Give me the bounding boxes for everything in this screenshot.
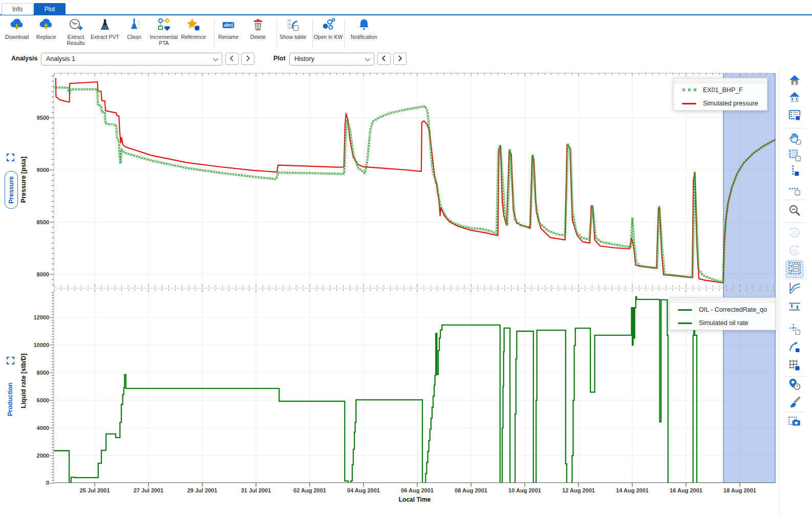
svg-text:31 Jul 2001: 31 Jul 2001: [241, 487, 271, 493]
zoom-out-icon: [788, 204, 801, 219]
svg-text:08 Aug 2001: 08 Aug 2001: [455, 487, 487, 493]
svg-text:12 Aug 2001: 12 Aug 2001: [562, 487, 595, 493]
sidebar-separator: [784, 200, 806, 200]
pressure-panel-button[interactable]: Pressure: [5, 171, 18, 209]
production-panel-button[interactable]: Production: [6, 376, 15, 422]
svg-text:6000: 6000: [37, 397, 49, 403]
application-window: Info Plot DownloadReplaceExtract Results…: [0, 0, 812, 517]
production-legend[interactable]: OIL - CorrectedRate_qo Simulated oil rat…: [669, 297, 776, 330]
legend-header: [674, 78, 767, 83]
sidebar-separator: [784, 279, 806, 279]
zoom-y-button[interactable]: [786, 184, 803, 200]
oil-rate-curve: [54, 297, 776, 483]
grid-toggle-icon: [788, 359, 801, 374]
legend-label: OIL - CorrectedRate_qo: [699, 306, 767, 313]
show-xy-values-button[interactable]: xy: [786, 261, 803, 277]
show-xy-values-icon: xy: [788, 262, 801, 277]
legend-item: Simulated oil rate: [670, 316, 775, 330]
svg-text:14 Aug 2001: 14 Aug 2001: [616, 487, 649, 493]
production-y-axis-label: Liquid rate [stb/D]: [20, 342, 27, 419]
zoom-y-icon: [788, 184, 801, 200]
svg-text:02 Aug 2001: 02 Aug 2001: [293, 487, 326, 493]
svg-text:06 Aug 2001: 06 Aug 2001: [401, 487, 434, 493]
sidebar-separator: [784, 222, 806, 223]
plot-style-button[interactable]: [786, 395, 803, 412]
svg-text:10000: 10000: [33, 342, 49, 348]
svg-text:12000: 12000: [33, 314, 49, 320]
svg-text:27 Jul 2001: 27 Jul 2001: [134, 487, 164, 493]
expand-pressure-icon[interactable]: [7, 154, 14, 161]
svg-text:9000: 9000: [37, 167, 49, 173]
crosshair-button[interactable]: [786, 322, 803, 338]
tangent-tool-button[interactable]: [786, 340, 803, 356]
tangent-tool-icon: [788, 340, 801, 356]
plot-properties-icon: [788, 109, 801, 124]
zoom-window-icon: [788, 148, 801, 164]
legend-label: EX01_BHP_F: [703, 87, 743, 94]
x-markers-swatch: [681, 88, 697, 93]
smooth-curves-button[interactable]: [786, 281, 803, 297]
undo-zoom-button: [786, 225, 803, 242]
pressure-y-axis-label: Pressure [psia]: [20, 149, 27, 210]
green-line-swatch: [677, 322, 693, 324]
simulated-pressure-curve: [56, 78, 776, 283]
sidebar-separator: [784, 128, 806, 128]
svg-text:04 Aug 2001: 04 Aug 2001: [347, 487, 380, 493]
zoom-out-button[interactable]: [786, 203, 803, 220]
svg-text:10 Aug 2001: 10 Aug 2001: [508, 487, 541, 493]
legend-item: OIL - CorrectedRate_qo: [670, 303, 775, 316]
plot-properties-button[interactable]: [786, 108, 803, 124]
undo-zoom-icon: [788, 226, 801, 241]
autoscale-y-button[interactable]: [786, 299, 803, 316]
crosshair-icon: [788, 322, 801, 338]
svg-text:8500: 8500: [37, 219, 49, 225]
home-icon: [788, 74, 801, 89]
svg-text:x: x: [790, 264, 793, 268]
smooth-curves-icon: [788, 282, 801, 297]
svg-text:4000: 4000: [37, 425, 49, 431]
plot-tools-sidebar: xy: [779, 68, 812, 517]
zoom-x-button[interactable]: [786, 164, 803, 180]
svg-text:29 Jul 2001: 29 Jul 2001: [187, 487, 218, 493]
zoom-x-icon: [788, 164, 801, 180]
bhp-data-markers: [53, 87, 774, 284]
legend-header: [670, 298, 775, 303]
svg-text:16 Aug 2001: 16 Aug 2001: [670, 487, 702, 493]
legend-item: Simulated pressure: [674, 97, 767, 110]
svg-text:8000: 8000: [37, 370, 49, 376]
pan-icon: [788, 132, 801, 147]
snapshot-button[interactable]: [786, 414, 803, 430]
x-axis-label: Local Time: [389, 496, 440, 503]
pressure-legend[interactable]: EX01_BHP_F Simulated pressure: [673, 78, 767, 111]
expand-production-icon[interactable]: [7, 357, 14, 364]
sidebar-separator: [784, 376, 806, 377]
svg-text:8000: 8000: [37, 271, 49, 277]
home-autoscale-icon: [788, 91, 801, 106]
green-line-swatch: [677, 309, 693, 311]
svg-text:25 Jul 2001: 25 Jul 2001: [80, 487, 110, 493]
svg-text:18 Aug 2001: 18 Aug 2001: [723, 487, 756, 493]
plot-style-icon: [788, 396, 801, 411]
autoscale-y-icon: [788, 300, 801, 315]
time-marker-button[interactable]: [786, 377, 803, 394]
legend-item: EX01_BHP_F: [674, 83, 767, 97]
svg-text:0: 0: [46, 480, 49, 486]
svg-text:y: y: [790, 268, 793, 273]
pan-button[interactable]: [786, 131, 803, 147]
red-line-swatch: [681, 103, 697, 104]
redo-zoom-button: [786, 243, 803, 260]
legend-label: Simulated oil rate: [699, 319, 749, 327]
sidebar-separator: [784, 412, 806, 413]
svg-text:2000: 2000: [37, 453, 49, 459]
home-button[interactable]: [786, 73, 803, 90]
zoom-window-button[interactable]: [786, 148, 803, 164]
grid-toggle-button[interactable]: [786, 358, 803, 375]
legend-label: Simulated pressure: [703, 100, 758, 107]
plot-area: 8000850090009500020004000600080001000012…: [0, 68, 779, 517]
redo-zoom-icon: [788, 244, 801, 259]
time-marker-icon: [788, 378, 801, 393]
forecast-selection-region[interactable]: [723, 73, 776, 483]
snapshot-icon: [788, 415, 801, 430]
home-autoscale-button[interactable]: [786, 90, 803, 106]
svg-text:9500: 9500: [37, 115, 49, 121]
